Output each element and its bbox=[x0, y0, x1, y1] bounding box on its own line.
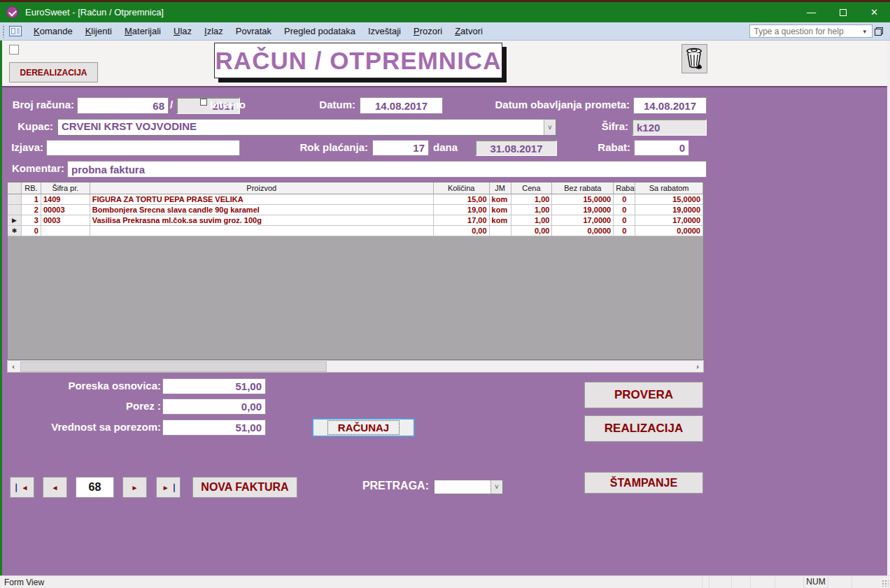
delete-invoice-button[interactable] bbox=[681, 44, 707, 73]
maximize-button[interactable] bbox=[827, 2, 859, 22]
next-record-button[interactable]: ► bbox=[122, 477, 147, 498]
cell-kolicina[interactable]: 19,00 bbox=[434, 205, 490, 215]
cell-kolicina[interactable]: 17,00 bbox=[434, 215, 490, 226]
col-rb[interactable]: RB. bbox=[22, 182, 41, 194]
cell-sa-rabatom[interactable]: 15,0000 bbox=[635, 194, 703, 205]
cell-sa-rabatom[interactable]: 0,0000 bbox=[635, 226, 703, 236]
header-checkbox[interactable] bbox=[9, 45, 19, 55]
cell-rb[interactable]: 2 bbox=[22, 205, 41, 215]
nova-faktura-button[interactable]: NOVA FAKTURA bbox=[192, 477, 297, 498]
chevron-down-icon[interactable]: ˅ bbox=[490, 480, 502, 494]
cell-jm[interactable]: kom bbox=[490, 215, 511, 226]
col-bez-rabata[interactable]: Bez rabata bbox=[552, 182, 614, 194]
row-selector[interactable] bbox=[8, 205, 22, 215]
current-record-arrow-icon[interactable]: ▶ bbox=[8, 215, 22, 226]
menu-komande[interactable]: Komande bbox=[27, 23, 79, 39]
realizacija-button[interactable]: REALIZACIJA bbox=[584, 415, 703, 442]
cell-proizvod[interactable]: Bombonjera Srecna slava candle 90g karam… bbox=[90, 205, 434, 215]
menu-povratak[interactable]: Povratak bbox=[229, 23, 278, 39]
menu-ulaz[interactable]: Ulaz bbox=[167, 23, 198, 39]
first-record-button[interactable]: ▏◄ bbox=[10, 477, 34, 498]
cell-cena[interactable]: 1,00 bbox=[511, 194, 553, 205]
scrollbar-thumb[interactable] bbox=[20, 361, 327, 372]
col-sifra[interactable]: Šifra pr. bbox=[41, 182, 90, 194]
col-proizvod[interactable]: Proizvod bbox=[90, 182, 434, 194]
cell-rabat[interactable]: 0 bbox=[614, 226, 635, 236]
cell-proizvod[interactable]: Vasilisa Prekrasna ml.čok.sa suvim groz.… bbox=[90, 215, 434, 226]
cell-sa-rabatom[interactable]: 19,0000 bbox=[635, 205, 703, 215]
cell-bez-rabata[interactable]: 17,0000 bbox=[552, 215, 614, 226]
vrednost-sa-porezom-input[interactable] bbox=[162, 420, 266, 436]
poreska-osnovica-input[interactable] bbox=[162, 378, 266, 394]
row-selector[interactable] bbox=[8, 194, 22, 205]
cell-sifra[interactable]: 1409 bbox=[41, 194, 90, 205]
derealizacija-button[interactable]: DEREALIZACIJA bbox=[9, 62, 98, 83]
cell-proizvod[interactable]: FIGURA ZA TORTU PEPA PRASE VELIKA bbox=[90, 194, 434, 205]
toolbar-drag-handle[interactable] bbox=[2, 25, 5, 38]
cell-jm[interactable]: kom bbox=[490, 205, 511, 215]
scroll-right-icon[interactable]: › bbox=[692, 362, 703, 371]
interno-checkbox[interactable] bbox=[200, 99, 207, 106]
col-jm[interactable]: JM bbox=[490, 182, 511, 194]
menu-zatvori[interactable]: Zatvori bbox=[448, 23, 489, 39]
cell-rabat[interactable]: 0 bbox=[614, 194, 635, 205]
last-record-button[interactable]: ►▕ bbox=[156, 477, 181, 498]
datum-input[interactable] bbox=[360, 97, 443, 114]
help-search-input[interactable] bbox=[749, 24, 873, 38]
menu-klijenti[interactable]: Klijenti bbox=[79, 23, 118, 39]
cell-jm[interactable]: kom bbox=[490, 194, 511, 205]
col-kolicina[interactable]: Količina bbox=[434, 182, 490, 194]
chevron-down-icon[interactable]: ˅ bbox=[544, 120, 556, 135]
cell-proizvod[interactable] bbox=[90, 226, 434, 236]
rok-datum-input[interactable] bbox=[475, 140, 557, 156]
sifra-input[interactable] bbox=[632, 119, 707, 136]
broj-racuna-input[interactable] bbox=[77, 97, 169, 114]
cell-kolicina[interactable]: 15,00 bbox=[434, 194, 490, 205]
racunaj-button[interactable]: RAČUNAJ bbox=[312, 418, 415, 437]
cell-rb[interactable]: 3 bbox=[22, 215, 41, 226]
cell-rb[interactable]: 1 bbox=[22, 194, 41, 205]
col-rabat[interactable]: Rabat bbox=[614, 182, 635, 194]
kupac-combobox[interactable]: CRVENI KRST VOJVODINE ˅ bbox=[57, 119, 556, 136]
menu-pregled-podataka[interactable]: Pregled podataka bbox=[278, 23, 362, 39]
cell-cena[interactable]: 1,00 bbox=[511, 205, 553, 215]
cell-rabat[interactable]: 0 bbox=[614, 205, 635, 215]
record-number-box[interactable]: 68 bbox=[76, 477, 114, 498]
rok-placanja-input[interactable] bbox=[372, 140, 429, 156]
scroll-left-icon[interactable]: ‹ bbox=[8, 362, 19, 371]
datum-prometa-input[interactable] bbox=[633, 97, 707, 114]
cell-cena[interactable]: 0,00 bbox=[511, 226, 553, 236]
rabat-input[interactable] bbox=[634, 140, 689, 156]
cell-rabat[interactable]: 0 bbox=[614, 215, 635, 226]
cell-rb[interactable]: 0 bbox=[22, 226, 41, 236]
pretraga-combobox[interactable]: ˅ bbox=[434, 480, 503, 494]
menu-izlaz[interactable]: Izlaz bbox=[198, 23, 229, 39]
menu-izvestaji[interactable]: Izveštaji bbox=[362, 23, 407, 39]
cell-cena[interactable]: 1,00 bbox=[511, 215, 553, 226]
resize-grip[interactable] bbox=[882, 580, 889, 587]
restore-window-icon[interactable] bbox=[875, 27, 883, 36]
provera-button[interactable]: PROVERA bbox=[584, 382, 703, 408]
cell-sifra[interactable]: 00003 bbox=[41, 205, 90, 215]
cell-sifra[interactable]: 0003 bbox=[41, 215, 90, 226]
stampanje-button[interactable]: ŠTAMPANJE bbox=[584, 472, 703, 494]
cell-sifra[interactable] bbox=[41, 226, 90, 236]
menu-materijali[interactable]: Materijali bbox=[118, 23, 167, 39]
porez-input[interactable] bbox=[162, 399, 266, 415]
col-cena[interactable]: Cena bbox=[511, 182, 553, 194]
cell-sa-rabatom[interactable]: 17,0000 bbox=[635, 215, 703, 226]
close-button[interactable]: ✕ bbox=[859, 2, 890, 22]
table-horizontal-scrollbar[interactable]: ‹ › bbox=[7, 360, 704, 373]
cell-bez-rabata[interactable]: 15,0000 bbox=[552, 194, 614, 205]
minimize-button[interactable]: — bbox=[796, 2, 827, 22]
cell-bez-rabata[interactable]: 0,0000 bbox=[552, 226, 614, 236]
new-record-asterisk-icon[interactable]: ✱ bbox=[8, 226, 22, 236]
col-sa-rabatom[interactable]: Sa rabatom bbox=[635, 182, 703, 194]
cell-bez-rabata[interactable]: 19,0000 bbox=[552, 205, 614, 215]
komentar-input[interactable] bbox=[67, 161, 707, 178]
menu-prozori[interactable]: Prozori bbox=[407, 23, 448, 39]
izjava-input[interactable] bbox=[46, 140, 240, 156]
cell-kolicina[interactable]: 0,00 bbox=[434, 226, 490, 236]
cell-jm[interactable] bbox=[490, 226, 511, 236]
previous-record-button[interactable]: ◄ bbox=[43, 477, 67, 498]
